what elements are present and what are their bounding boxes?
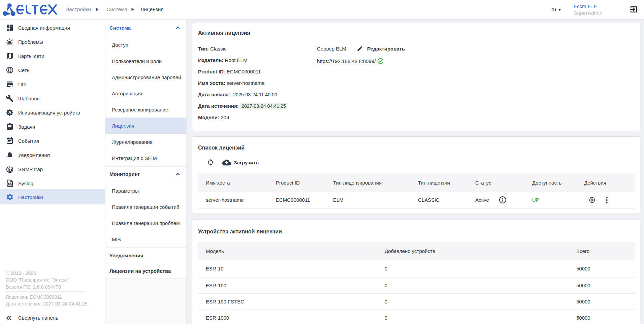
svg-text:A: A xyxy=(8,110,11,115)
svg-text:LOG: LOG xyxy=(7,183,12,185)
